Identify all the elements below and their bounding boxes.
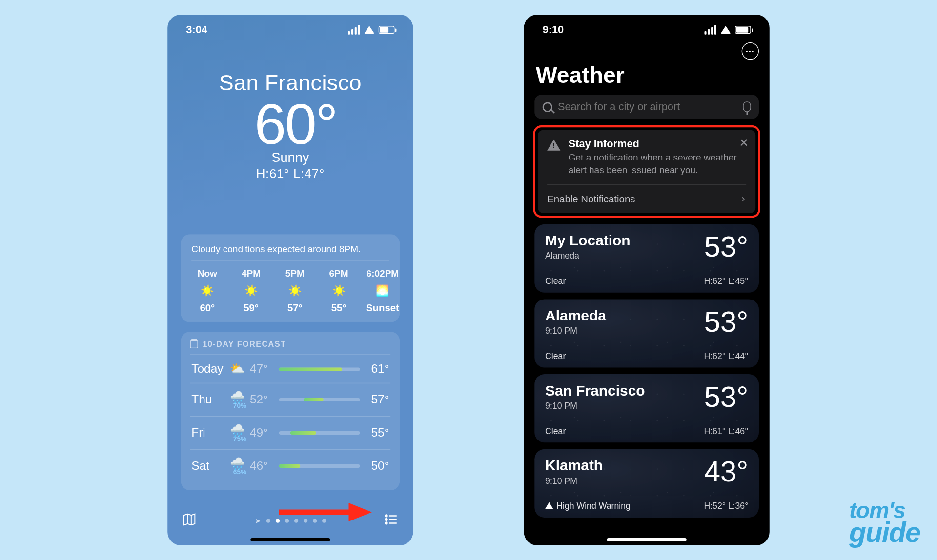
location-card[interactable]: San Francisco 9:10 PM 53° Clear H:61° L:…: [534, 374, 759, 442]
status-time: 9:10: [543, 24, 564, 36]
location-condition: Clear: [545, 276, 566, 286]
high-low: H:61° L:47°: [167, 166, 413, 181]
hour-label: 4PM: [242, 268, 261, 279]
temp-range-bar: [279, 464, 360, 468]
low-temp: 47°: [250, 362, 279, 376]
weather-icon: ☀️: [244, 284, 258, 297]
close-icon[interactable]: ✕: [739, 136, 749, 150]
search-field[interactable]: [534, 95, 759, 119]
location-sub: 9:10 PM: [545, 400, 645, 410]
status-icons: [348, 25, 394, 35]
low-temp: 49°: [250, 426, 279, 440]
hourly-column[interactable]: 6PM ☀️ 55°: [323, 268, 354, 313]
high-temp: 50°: [360, 459, 389, 473]
cellular-icon: [348, 25, 360, 35]
battery-icon: [379, 26, 395, 34]
hourly-column[interactable]: 4PM ☀️ 59°: [235, 268, 267, 313]
wifi-icon: [364, 26, 375, 34]
weather-icon: ☀️: [332, 284, 346, 297]
warning-icon: [545, 502, 553, 509]
location-card[interactable]: Klamath 9:10 PM 43° High Wind Warning H:…: [534, 449, 759, 518]
status-time: 3:04: [186, 24, 207, 36]
hour-label: 6:02PM: [367, 268, 399, 279]
stay-informed-card: ✕ Stay Informed Get a notification when …: [533, 125, 760, 218]
high-temp: 57°: [360, 393, 389, 407]
location-sub: Alameda: [545, 251, 631, 260]
forecast-row[interactable]: Thu 🌧️70% 52° 57°: [190, 383, 390, 416]
warning-icon: [547, 140, 560, 151]
location-condition: Clear: [545, 351, 566, 360]
location-hilo: H:62° L:45°: [704, 276, 748, 286]
alert-button-label: Enable Notifications: [547, 193, 635, 204]
location-card[interactable]: Alameda 9:10 PM 53° Clear H:62° L:44°: [534, 299, 759, 367]
status-icons: [704, 25, 751, 35]
locations-list-icon[interactable]: [384, 512, 399, 529]
more-button[interactable]: •••: [742, 42, 759, 60]
forecast-row[interactable]: Fri 🌧️75% 49° 55°: [190, 416, 390, 449]
ten-day-forecast-card[interactable]: 10-DAY FORECAST Today ⛅ 47° 61°Thu 🌧️70%…: [181, 332, 400, 490]
hour-temp: 59°: [244, 302, 259, 313]
weather-icon: ⛅: [230, 362, 244, 376]
precip-chance: 65%: [230, 468, 250, 476]
location-card[interactable]: My Location Alameda 53° Clear H:62° L:45…: [534, 224, 759, 292]
forecast-row[interactable]: Today ⛅ 47° 61°: [190, 354, 390, 382]
home-indicator[interactable]: [250, 538, 330, 541]
day-label: Fri: [191, 426, 230, 440]
location-temp: 43°: [704, 457, 749, 486]
map-icon[interactable]: [182, 512, 197, 529]
location-hilo: H:52° L:36°: [704, 501, 748, 511]
weather-icon: 🌅: [376, 284, 389, 297]
watermark-logo: tom's guide: [849, 500, 920, 545]
high-temp: 61°: [360, 362, 389, 376]
location-name: San Francisco: [545, 382, 645, 399]
search-input[interactable]: [558, 101, 738, 113]
bottom-bar: ➤: [167, 512, 413, 529]
hourly-column[interactable]: 5PM ☀️ 57°: [279, 268, 311, 313]
weather-icon: ☀️: [288, 284, 302, 297]
alert-subtitle: Get a notification when a severe weather…: [569, 151, 746, 176]
weather-detail-screen: 3:04 San Francisco 60° Sunny H:61° L:47°…: [167, 15, 413, 545]
mic-icon[interactable]: [743, 101, 751, 112]
svg-point-2: [386, 522, 387, 524]
hourly-column[interactable]: Now ☀️ 60°: [191, 268, 223, 313]
location-name: My Location: [545, 232, 631, 249]
enable-notifications-button[interactable]: Enable Notifications ›: [547, 185, 746, 213]
home-indicator[interactable]: [607, 538, 687, 541]
alert-title: Stay Informed: [569, 138, 746, 150]
search-icon: [543, 102, 552, 112]
low-temp: 46°: [250, 459, 279, 473]
hour-label: Now: [198, 268, 217, 279]
location-temp: 53°: [704, 232, 749, 261]
hour-temp: 55°: [331, 302, 346, 313]
location-sub: 9:10 PM: [545, 476, 603, 485]
location-temp: 53°: [704, 382, 749, 411]
hour-label: 6PM: [329, 268, 348, 279]
hour-temp: 60°: [200, 302, 215, 313]
location-temp: 53°: [704, 307, 749, 336]
forecast-message: Cloudy conditions expected around 8PM.: [191, 243, 389, 261]
forecast-header: 10-DAY FORECAST: [190, 340, 390, 354]
battery-icon: [735, 26, 751, 34]
page-title: Weather: [524, 60, 770, 95]
day-label: Thu: [191, 393, 230, 407]
location-hilo: H:61° L:46°: [704, 426, 748, 436]
location-condition: High Wind Warning: [545, 501, 631, 511]
hour-temp: Sunset: [366, 302, 399, 313]
page-dots[interactable]: ➤: [255, 517, 326, 525]
chevron-right-icon: ›: [741, 193, 745, 205]
location-name: Klamath: [545, 457, 603, 474]
forecast-row[interactable]: Sat 🌧️65% 46° 50°: [190, 449, 390, 482]
wifi-icon: [720, 26, 731, 34]
precip-chance: 70%: [230, 402, 250, 409]
weather-locations-screen: 9:10 ••• Weather ✕ Stay Informed: [524, 15, 770, 545]
hour-temp: 57°: [287, 302, 303, 313]
current-condition: Sunny: [167, 150, 413, 165]
precip-chance: 75%: [230, 435, 250, 442]
calendar-icon: [190, 340, 198, 348]
status-bar: 9:10: [524, 15, 770, 36]
hourly-column[interactable]: 6:02PM 🌅 Sunset: [367, 268, 398, 313]
day-label: Sat: [191, 459, 230, 473]
location-condition: Clear: [545, 426, 566, 436]
location-arrow-icon: ➤: [255, 517, 261, 525]
hourly-forecast-card[interactable]: Cloudy conditions expected around 8PM. N…: [181, 234, 400, 322]
